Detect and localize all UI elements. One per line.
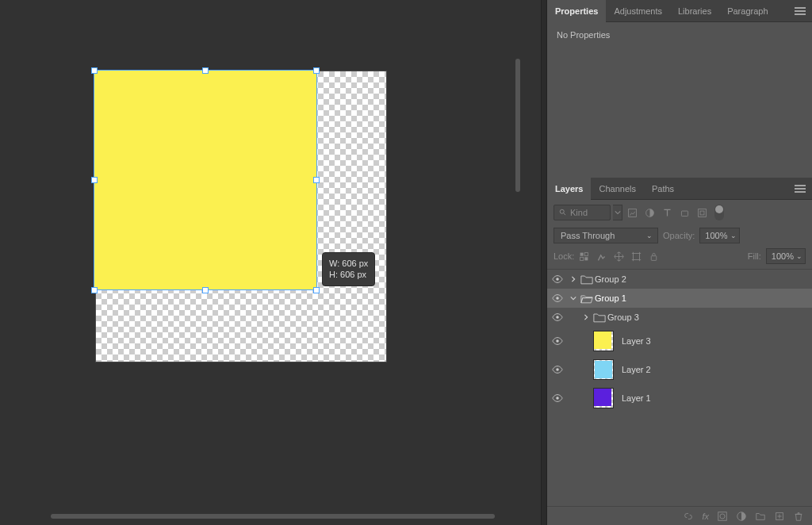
svg-point-16 xyxy=(556,339,559,343)
opacity-field[interactable]: 100% ⌄ xyxy=(699,228,739,243)
eye-icon xyxy=(552,364,563,375)
lock-position-icon[interactable] xyxy=(614,251,624,262)
canvas-horizontal-scrollbar[interactable] xyxy=(51,514,495,519)
tab-properties[interactable]: Properties xyxy=(547,0,606,22)
layers-panel-menu-icon[interactable] xyxy=(793,178,807,200)
layer-filter-kind[interactable]: Kind xyxy=(553,205,611,220)
svg-line-1 xyxy=(564,213,566,216)
fill-field[interactable]: 100% ⌄ xyxy=(766,248,806,264)
canvas-area[interactable]: W: 606 px H: 606 px xyxy=(0,0,541,525)
selected-shape[interactable] xyxy=(94,70,317,290)
layer-group-3[interactable]: Group 3 xyxy=(547,308,812,327)
disclosure-collapsed[interactable] xyxy=(580,314,592,320)
layer-3[interactable]: Layer 3 xyxy=(547,327,812,355)
svg-rect-4 xyxy=(681,211,688,217)
visibility-toggle[interactable] xyxy=(547,364,568,375)
properties-panel-body: No Properties xyxy=(547,22,812,178)
tab-channels[interactable]: Channels xyxy=(591,178,643,200)
disclosure-expanded[interactable] xyxy=(568,295,579,301)
new-layer-icon[interactable] xyxy=(774,511,785,522)
layer-mask-icon[interactable] xyxy=(717,511,728,522)
filter-toggle[interactable] xyxy=(714,205,724,220)
svg-point-0 xyxy=(560,209,564,213)
eye-icon xyxy=(552,312,563,323)
no-properties-label: No Properties xyxy=(557,30,610,40)
layer-filter-kind-label: Kind xyxy=(570,208,588,217)
tab-paragraph[interactable]: Paragraph xyxy=(719,0,776,22)
layer-style-icon[interactable]: fx xyxy=(702,512,709,521)
transform-handle-ne[interactable] xyxy=(313,67,320,74)
blend-mode-value: Pass Through xyxy=(561,231,615,240)
properties-panel-menu-icon[interactable] xyxy=(793,0,807,22)
visibility-toggle[interactable] xyxy=(547,293,568,304)
properties-tabbar: Properties Adjustments Libraries Paragra… xyxy=(547,0,812,22)
tooltip-w-value: 606 px xyxy=(342,259,368,268)
layer-filter-dropdown[interactable] xyxy=(613,205,622,220)
layer-thumbnail xyxy=(593,388,614,408)
layer-2[interactable]: Layer 2 xyxy=(547,355,812,384)
blend-opacity-row: Pass Through ⌄ Opacity: 100% ⌄ xyxy=(547,225,812,246)
opacity-label: Opacity: xyxy=(663,231,695,240)
transform-handle-s[interactable] xyxy=(202,287,209,293)
visibility-toggle[interactable] xyxy=(547,274,568,285)
layer-thumbnail xyxy=(593,359,614,380)
svg-rect-2 xyxy=(629,209,637,217)
transform-handle-w[interactable] xyxy=(91,177,98,183)
panel-gutter[interactable] xyxy=(541,0,547,525)
disclosure-collapsed[interactable] xyxy=(568,276,579,282)
layer-name: Layer 2 xyxy=(622,365,651,374)
tab-libraries[interactable]: Libraries xyxy=(670,0,719,22)
layer-filter-icons xyxy=(627,205,806,220)
layer-name: Group 1 xyxy=(595,293,626,303)
canvas-vertical-scrollbar[interactable] xyxy=(515,59,520,192)
lock-all-icon[interactable] xyxy=(649,251,659,262)
fill-value: 100% xyxy=(772,251,794,261)
svg-rect-8 xyxy=(585,252,588,255)
new-group-icon[interactable] xyxy=(755,511,766,522)
panels-column: Properties Adjustments Libraries Paragra… xyxy=(547,0,812,525)
svg-rect-7 xyxy=(580,252,584,255)
lock-artboard-icon[interactable] xyxy=(631,251,642,262)
svg-rect-11 xyxy=(634,253,640,259)
filter-shape-icon[interactable] xyxy=(680,208,690,218)
delete-layer-icon[interactable] xyxy=(793,511,804,522)
tab-layers[interactable]: Layers xyxy=(547,178,591,200)
layer-name: Group 2 xyxy=(595,274,626,284)
svg-point-18 xyxy=(556,397,559,400)
filter-smartobject-icon[interactable] xyxy=(697,208,707,218)
fill-label: Fill: xyxy=(748,251,761,261)
transform-handle-e[interactable] xyxy=(313,177,320,183)
folder-open-icon xyxy=(579,293,595,304)
folder-icon xyxy=(592,312,607,323)
transform-handle-n[interactable] xyxy=(202,67,209,74)
new-adjustment-layer-icon[interactable] xyxy=(736,511,747,522)
link-layers-icon[interactable] xyxy=(683,511,694,522)
layer-1[interactable]: Layer 1 xyxy=(547,384,812,412)
chevron-down-icon: ⌄ xyxy=(796,252,802,260)
visibility-toggle[interactable] xyxy=(547,393,568,404)
layer-name: Group 3 xyxy=(607,312,639,322)
transform-handle-sw[interactable] xyxy=(91,287,98,293)
svg-rect-9 xyxy=(580,257,584,260)
layer-group-1[interactable]: Group 1 xyxy=(547,289,812,308)
transform-handle-nw[interactable] xyxy=(91,67,98,74)
filter-type-icon[interactable] xyxy=(662,208,672,218)
layer-name: Layer 1 xyxy=(622,393,651,403)
blend-mode-select[interactable]: Pass Through ⌄ xyxy=(553,228,658,243)
chevron-down-icon xyxy=(570,295,576,301)
tab-paths[interactable]: Paths xyxy=(644,178,682,200)
transform-handle-se[interactable] xyxy=(313,287,320,293)
eye-icon xyxy=(552,335,563,347)
lock-image-icon[interactable] xyxy=(596,251,607,262)
tab-adjustments[interactable]: Adjustments xyxy=(606,0,670,22)
filter-adjustment-icon[interactable] xyxy=(645,208,655,218)
lock-transparency-icon[interactable] xyxy=(579,251,589,262)
visibility-toggle[interactable] xyxy=(547,312,568,323)
svg-point-20 xyxy=(720,513,725,518)
layer-group-2[interactable]: Group 2 xyxy=(547,270,812,289)
visibility-toggle[interactable] xyxy=(547,335,568,347)
chevron-right-icon xyxy=(570,276,576,282)
filter-pixel-icon[interactable] xyxy=(627,208,638,218)
eye-icon xyxy=(552,293,563,304)
layer-name: Layer 3 xyxy=(622,336,651,346)
